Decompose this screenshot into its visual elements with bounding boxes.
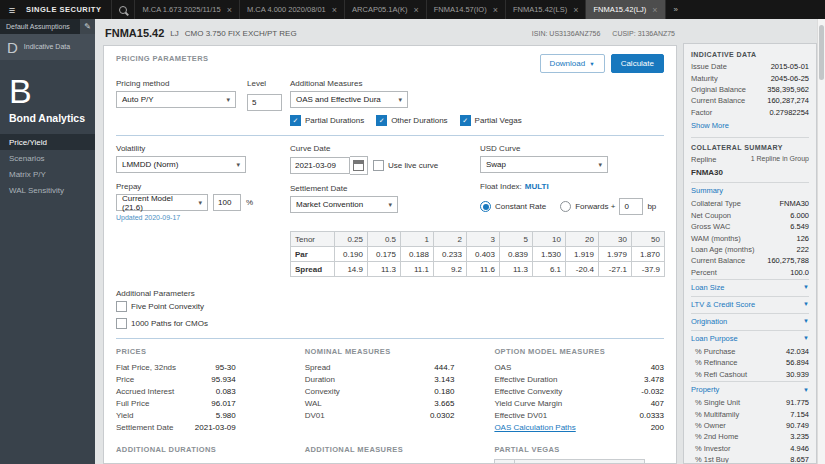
security-tab[interactable]: M.CA 4.000 2020/08/01 × bbox=[239, 0, 344, 19]
constant-rate-radio[interactable] bbox=[480, 201, 491, 212]
tab-strip: M.CA 1.673 2025/11/15 × M.CA 4.000 2020/… bbox=[134, 0, 664, 19]
volatility-select[interactable]: LMMDD (Norm) bbox=[116, 156, 246, 173]
row-value: 90.749 bbox=[786, 421, 809, 430]
par-value-cell: 0.839 bbox=[500, 247, 533, 262]
pricing-method-select[interactable]: Auto P/Y bbox=[116, 91, 236, 108]
vertical-scrollbar[interactable] bbox=[817, 19, 825, 464]
summary-section-header[interactable]: Summary bbox=[691, 182, 809, 198]
app-window: ≡ SINGLE SECURITY M.CA 1.673 2025/11/15 … bbox=[0, 0, 825, 464]
result-row: Effective DV01 0.0333 bbox=[494, 409, 664, 421]
isin: ISIN: US3136ANZ756 bbox=[532, 30, 601, 37]
tab-close-icon[interactable]: × bbox=[573, 5, 578, 15]
nominal-measures-section: NOMINAL MEASURES Spread 444.7 Duration bbox=[305, 347, 455, 433]
row-label: Collateral Type bbox=[691, 199, 741, 208]
forwards-input[interactable] bbox=[619, 198, 643, 215]
security-tab[interactable]: M.CA 1.673 2025/11/15 × bbox=[134, 0, 239, 19]
spread-value-cell: -27.1 bbox=[599, 262, 632, 277]
tab-close-icon[interactable]: × bbox=[332, 5, 337, 15]
loan-purpose-section-header[interactable]: Loan Purpose ▼ bbox=[691, 330, 809, 346]
security-tab[interactable]: FNMA14.57(IO) × bbox=[426, 0, 505, 19]
result-label: Full Price bbox=[116, 399, 149, 408]
ltv-credit-score-section-header[interactable]: LTV & Credit Score ▼ bbox=[691, 296, 809, 312]
property-label: Property bbox=[691, 385, 719, 394]
result-row: OAS Calculation Paths 200 bbox=[494, 421, 664, 433]
sidebar-menu-item[interactable]: WAL Sensitivity bbox=[0, 182, 95, 198]
origination-section-header[interactable]: Origination ▼ bbox=[691, 313, 809, 329]
parameter-checkbox[interactable]: Five Point Convexity bbox=[116, 301, 664, 312]
measure-checkbox[interactable]: Partial Vegas bbox=[460, 115, 522, 126]
checkbox-box bbox=[116, 301, 127, 312]
prepay-percent-input[interactable] bbox=[213, 194, 241, 211]
par-value-cell: 0.188 bbox=[401, 247, 434, 262]
measure-checkbox[interactable]: Other Durations bbox=[376, 115, 447, 126]
spread-row-label: Spread bbox=[291, 262, 335, 277]
tab-close-icon[interactable]: × bbox=[227, 5, 232, 15]
curve-date-controls: Use live curve bbox=[290, 156, 480, 175]
tab-close-icon[interactable]: × bbox=[413, 5, 418, 15]
show-more-link[interactable]: Show More bbox=[691, 118, 809, 133]
curve-parameters: Volatility LMMDD (Norm) Prepay Current M… bbox=[116, 144, 664, 221]
curve-date-input[interactable] bbox=[290, 157, 350, 174]
security-tab[interactable]: FNMA15.42(LS) × bbox=[505, 0, 585, 19]
scrollbar-thumb[interactable] bbox=[819, 25, 824, 80]
chevron-down-icon: ▼ bbox=[589, 61, 594, 67]
usd-curve-select[interactable]: Swap bbox=[480, 156, 608, 173]
usd-curve-field: USD Curve Swap bbox=[480, 144, 664, 173]
tenor-header-cell: Tenor bbox=[291, 232, 335, 247]
sidebar-menu-item[interactable]: Matrix P/Y bbox=[0, 166, 95, 182]
result-value: 0.0302 bbox=[430, 411, 454, 420]
calendar-button[interactable] bbox=[350, 156, 368, 175]
result-value: 3.665 bbox=[434, 399, 454, 408]
loan-size-section-header[interactable]: Loan Size ▼ bbox=[691, 279, 809, 295]
settlement-date-select[interactable]: Market Convention bbox=[290, 196, 398, 213]
par-value-cell: 1.979 bbox=[599, 247, 632, 262]
security-name: FNMA15.42 bbox=[105, 27, 164, 39]
property-section-header[interactable]: Property ▼ bbox=[691, 381, 809, 397]
measure-checkbox[interactable]: Partial Durations bbox=[290, 115, 364, 126]
prepay-model-select[interactable]: Current Model (21.6) bbox=[116, 194, 208, 211]
tab-close-icon[interactable]: × bbox=[493, 5, 498, 15]
parameter-checkbox[interactable]: 1000 Paths for CMOs bbox=[116, 318, 664, 329]
panel-divider bbox=[691, 137, 809, 138]
sidebar-menu-item[interactable]: Price/Yield bbox=[0, 134, 95, 150]
additional-durations-title: ADDITIONAL DURATIONS bbox=[116, 445, 236, 454]
float-index-value[interactable]: MULTI bbox=[525, 182, 549, 191]
prices-list: Flat Price, 32nds 95-30 Price 95.934 bbox=[116, 361, 236, 433]
collateral-row: WAM (months) 126 bbox=[691, 232, 809, 243]
app-name: Bond Analytics bbox=[0, 108, 95, 134]
security-tab[interactable]: ARCAP05.1A(K) × bbox=[344, 0, 426, 19]
tab-close-icon[interactable]: × bbox=[652, 5, 657, 15]
isin-label: ISIN: bbox=[532, 30, 548, 37]
row-value: 100.0 bbox=[790, 268, 809, 277]
prepay-updated-link[interactable]: Updated 2020-09-17 bbox=[116, 214, 290, 221]
download-button[interactable]: Download ▼ bbox=[540, 54, 605, 73]
row-value: 6.000 bbox=[790, 211, 809, 220]
sidebar-menu: Price/Yield Scenarios Matrix P/Y WAL Sen… bbox=[0, 134, 95, 198]
security-tab[interactable]: FNMA15.42(LJ) × bbox=[585, 0, 664, 19]
row-label: Issue Date bbox=[691, 62, 727, 71]
additional-measures-select[interactable]: OAS and Effective Dura bbox=[290, 91, 408, 108]
result-row: Yield Curve Margin 407 bbox=[494, 397, 664, 409]
sidebar-item-indicative-data[interactable]: D Indicative Data bbox=[0, 34, 95, 60]
edit-assumptions-button[interactable]: ✎ bbox=[80, 19, 95, 34]
use-live-curve-checkbox[interactable]: Use live curve bbox=[373, 160, 438, 171]
forwards-radio[interactable] bbox=[560, 201, 571, 212]
cusip: CUSIP: 3136ANZ75 bbox=[612, 30, 675, 37]
section-divider bbox=[116, 135, 664, 136]
sidebar-menu-item[interactable]: Scenarios bbox=[0, 150, 95, 166]
collateral-row: Net Coupon 6.000 bbox=[691, 210, 809, 221]
collateral-row: Loan Age (months) 222 bbox=[691, 244, 809, 255]
level-input[interactable] bbox=[247, 94, 282, 111]
additional-measures-label: Additional Measures bbox=[290, 79, 522, 88]
result-value: 96.017 bbox=[211, 399, 235, 408]
additional-measures-title: ADDITIONAL MEASURES bbox=[305, 445, 455, 454]
result-value: 0.180 bbox=[434, 387, 454, 396]
hamburger-menu-icon[interactable]: ≡ bbox=[0, 0, 24, 19]
par-row-label: Par bbox=[291, 247, 335, 262]
volatility-prepay-column: Volatility LMMDD (Norm) Prepay Current M… bbox=[116, 144, 290, 221]
search-button[interactable] bbox=[111, 0, 134, 19]
par-value-cell: 1.919 bbox=[566, 247, 599, 262]
calculate-button[interactable]: Calculate bbox=[611, 54, 664, 73]
indicative-row: Factor 0.27982254 bbox=[691, 107, 809, 118]
tab-overflow-button[interactable]: » bbox=[665, 0, 686, 19]
